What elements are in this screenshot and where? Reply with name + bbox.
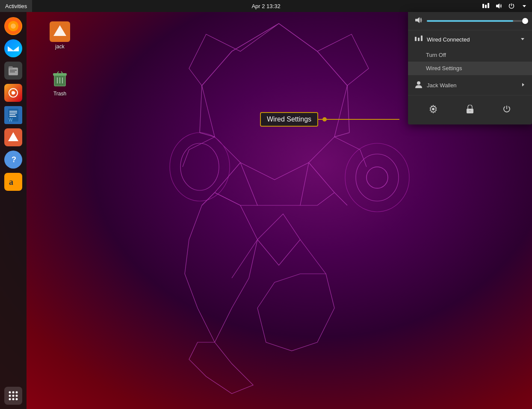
desktop-icon-jack[interactable]: jack (43, 21, 77, 50)
desktop-icon-trash[interactable]: Trash (43, 68, 77, 97)
svg-point-77 (470, 110, 471, 112)
svg-text:a: a (9, 177, 13, 187)
svg-marker-0 (202, 24, 347, 180)
settings-action-button[interactable] (426, 101, 441, 117)
appstore-icon (4, 128, 22, 146)
dock-item-firefox[interactable] (3, 16, 24, 36)
svg-rect-27 (488, 3, 489, 8)
activities-button[interactable]: Activities (0, 0, 32, 12)
dock-item-appstore[interactable] (3, 127, 24, 147)
jack-label: jack (55, 44, 64, 50)
trash-label: Trash (53, 91, 66, 97)
clock: Apr 2 13:32 (251, 3, 280, 9)
dock-item-amazon[interactable]: a (3, 172, 24, 192)
svg-marker-20 (257, 274, 334, 351)
svg-point-57 (12, 398, 15, 400)
svg-rect-34 (9, 66, 13, 68)
svg-point-52 (16, 391, 18, 394)
user-icon (415, 80, 423, 90)
amazon-icon: a (4, 173, 22, 191)
svg-rect-44 (9, 116, 16, 117)
network-icon[interactable] (480, 0, 492, 12)
rhythmbox-icon (4, 84, 22, 102)
svg-marker-28 (496, 3, 499, 9)
svg-line-12 (183, 150, 189, 167)
svg-rect-36 (10, 71, 15, 72)
svg-point-3 (170, 133, 230, 201)
user-row[interactable]: Jack Wallen (408, 77, 532, 93)
svg-point-51 (12, 391, 15, 394)
user-submenu-arrow (521, 82, 525, 88)
svg-line-24 (334, 133, 349, 137)
user-label: Jack Wallen (427, 82, 517, 89)
svg-point-50 (9, 391, 11, 394)
svg-point-58 (16, 398, 18, 400)
svg-marker-68 (415, 17, 420, 23)
jack-icon (50, 21, 70, 42)
wired-network-icon (415, 35, 423, 44)
svg-rect-62 (53, 73, 67, 76)
svg-marker-2 (279, 24, 369, 86)
dock: W ? a (0, 12, 27, 409)
svg-point-75 (432, 108, 434, 110)
topbar: Activities Apr 2 13:32 (0, 0, 532, 12)
volume-fill (427, 20, 513, 22)
callout-box: Wired Settings (260, 112, 318, 127)
dock-item-thunderbird[interactable] (3, 39, 24, 58)
turn-off-menu-item[interactable]: Turn Off (408, 48, 532, 62)
system-menu: Wired Connected Turn Off Wired Settings (408, 12, 532, 124)
desktop: Activities Apr 2 13:32 (0, 0, 532, 409)
wired-settings-menu-item[interactable]: Wired Settings (408, 62, 532, 75)
svg-rect-41 (9, 111, 17, 112)
wired-connected-header[interactable]: Wired Connected (408, 30, 532, 48)
help-icon: ? (4, 151, 22, 169)
svg-point-56 (9, 398, 11, 400)
svg-rect-26 (485, 5, 487, 8)
svg-marker-29 (523, 5, 526, 7)
svg-line-23 (200, 133, 215, 137)
lock-action-button[interactable] (462, 101, 478, 117)
wired-settings-callout: Wired Settings (260, 112, 318, 127)
svg-marker-8 (185, 193, 257, 342)
power-icon[interactable] (505, 0, 517, 12)
files-icon (4, 62, 22, 80)
wired-connected-label: Wired Connected (427, 36, 516, 43)
svg-line-64 (61, 71, 62, 73)
svg-marker-72 (521, 38, 524, 40)
trash-icon (50, 68, 70, 89)
callout-arrow (318, 111, 404, 128)
wired-section: Wired Connected Turn Off Wired Settings (408, 30, 532, 75)
svg-rect-71 (421, 36, 423, 41)
svg-rect-35 (10, 70, 17, 71)
dock-item-help[interactable]: ? (3, 150, 24, 169)
show-apps-button[interactable] (4, 387, 22, 405)
svg-rect-42 (9, 113, 17, 113)
thunderbird-icon (4, 39, 22, 57)
svg-line-14 (360, 150, 366, 167)
topbar-right (480, 0, 532, 12)
svg-point-79 (322, 117, 327, 122)
svg-line-13 (334, 137, 360, 150)
dock-item-files[interactable] (3, 61, 24, 80)
dock-item-rhythmbox[interactable] (3, 83, 24, 103)
svg-marker-1 (189, 24, 279, 86)
svg-line-18 (232, 240, 257, 278)
svg-rect-69 (415, 37, 417, 41)
svg-line-63 (57, 71, 59, 73)
svg-marker-9 (257, 214, 300, 265)
volume-icon[interactable] (493, 0, 505, 12)
topbar-dropdown-arrow[interactable] (518, 0, 530, 12)
power-action-button[interactable] (499, 101, 514, 117)
dock-item-writer[interactable]: W (3, 105, 24, 125)
svg-marker-15 (202, 163, 257, 205)
svg-point-32 (11, 24, 16, 29)
svg-text:W: W (9, 118, 13, 122)
svg-line-21 (200, 86, 202, 133)
svg-rect-70 (418, 38, 420, 41)
volume-slider[interactable] (427, 20, 525, 22)
svg-line-19 (300, 240, 326, 274)
volume-icon-menu (415, 16, 423, 26)
svg-marker-46 (8, 132, 18, 141)
svg-line-11 (189, 137, 215, 150)
svg-rect-43 (9, 114, 15, 115)
